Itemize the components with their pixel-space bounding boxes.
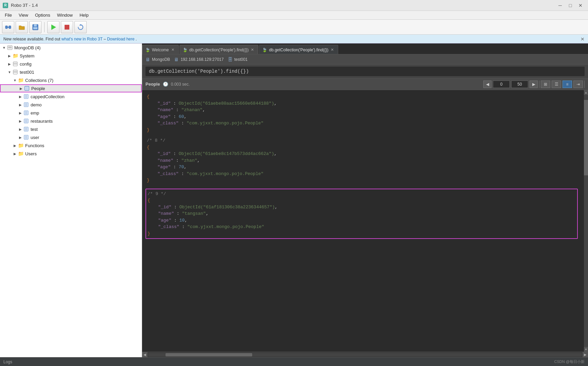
- close-button[interactable]: ✕: [576, 1, 585, 10]
- sidebar-item-people[interactable]: ▶ People: [0, 84, 142, 92]
- tab-query2-label: db.getCollection('People').find({}): [269, 48, 328, 52]
- window-controls[interactable]: ─ □ ✕: [555, 1, 585, 10]
- code-output[interactable]: { "_id" : ObjectId("61aebe80aac15660e684…: [142, 90, 584, 352]
- tab-query1-close[interactable]: ✕: [250, 47, 255, 52]
- horizontal-scrollbar[interactable]: ◀ ▶: [142, 352, 588, 357]
- nav-next-button[interactable]: ▶: [530, 81, 538, 88]
- scroll-thumb[interactable]: [584, 100, 588, 176]
- db-icon: [7, 45, 13, 51]
- sidebar-label-collections: Collections (7): [25, 78, 53, 83]
- notification-close-button[interactable]: ✕: [581, 36, 585, 42]
- connect-button[interactable]: [2, 21, 14, 33]
- sidebar-item-test[interactable]: ▶ test: [0, 125, 142, 133]
- menu-file[interactable]: File: [1, 12, 15, 19]
- sidebar-item-emp[interactable]: ▶ emp: [0, 109, 142, 117]
- sidebar-item-functions[interactable]: ▶ 📁 Functions: [0, 141, 142, 150]
- sidebar-label-test001: test001: [20, 70, 34, 75]
- notification-separator: –: [104, 37, 107, 41]
- tab-query1-label: db.getCollection('People').find({}): [189, 48, 249, 52]
- sidebar-item-users[interactable]: ▶ 📁 Users: [0, 150, 142, 158]
- sidebar-item-test001[interactable]: ▼ test001: [0, 68, 142, 76]
- folder-icon-functions: 📁: [18, 142, 24, 149]
- main-area: ▼ MongoDB (4) ▶ 📁 System ▶ config ▼: [0, 43, 588, 357]
- result-toolbar: People 🕐 0.003 sec. ◀ ▶ ⊞ ☰ ≡ ⇥: [142, 79, 588, 90]
- tree-arrow-restaurants: ▶: [18, 118, 23, 124]
- scroll-up-button[interactable]: ▲: [584, 90, 588, 95]
- maximize-button[interactable]: □: [566, 1, 575, 10]
- sidebar-item-mongodb[interactable]: ▼ MongoDB (4): [0, 43, 142, 52]
- tab-query1[interactable]: 🍃 db.getCollection('People').find({}) ✕: [179, 45, 259, 54]
- notification-bar: New release available. Find out what's n…: [0, 35, 588, 43]
- tree-arrow-mongodb: ▼: [1, 45, 7, 50]
- tab-welcome[interactable]: 🍃 Welcome ✕: [142, 45, 179, 54]
- menu-window[interactable]: Window: [54, 12, 76, 19]
- connection-db: MongoDB: [152, 57, 170, 62]
- sidebar-item-cappedcollection[interactable]: ▶ cappedCollection: [0, 92, 142, 101]
- menu-options[interactable]: Options: [32, 12, 54, 19]
- collection-conn-icon: 🗄: [228, 57, 232, 62]
- view-tree-button[interactable]: ☰: [552, 81, 561, 88]
- tree-arrow-functions: ▶: [12, 143, 18, 148]
- vertical-scrollbar[interactable]: ▲ ▼: [584, 90, 588, 352]
- tab-welcome-label: Welcome: [152, 48, 169, 52]
- sidebar-item-config[interactable]: ▶ config: [0, 60, 142, 68]
- status-bar: Logs CSDN @每日小新: [0, 357, 588, 366]
- nav-pagesize-input[interactable]: [511, 81, 528, 88]
- view-text-button[interactable]: ≡: [563, 81, 572, 88]
- result-time: 0.003 sec.: [171, 82, 190, 87]
- view-table-button[interactable]: ⊞: [541, 81, 550, 88]
- toolbar: [0, 20, 588, 35]
- nav-prev-button[interactable]: ◀: [483, 81, 491, 88]
- sidebar-item-collections[interactable]: ▼ 📁 Collections (7): [0, 76, 142, 84]
- tree-arrow-cappedcollection: ▶: [18, 94, 23, 99]
- record-8: /* 8 */ { "_id" : ObjectId("61aebe8c147b…: [147, 137, 579, 184]
- svg-rect-4: [34, 24, 37, 27]
- sidebar-item-restaurants[interactable]: ▶ restaurants: [0, 117, 142, 125]
- svg-rect-14: [14, 64, 17, 65]
- scroll-left-button[interactable]: ◀: [142, 352, 148, 358]
- content-panel: 🍃 Welcome ✕ 🍃 db.getCollection('People')…: [142, 43, 588, 357]
- nav-page-input[interactable]: [493, 81, 510, 88]
- tree-arrow-config: ▶: [7, 61, 12, 67]
- tab-query2-close[interactable]: ✕: [330, 47, 334, 52]
- h-scroll-thumb[interactable]: [166, 353, 252, 356]
- view-export-button[interactable]: ⇥: [573, 81, 583, 88]
- menu-help[interactable]: Help: [76, 12, 92, 19]
- tab-welcome-close[interactable]: ✕: [171, 47, 175, 52]
- menu-view[interactable]: View: [15, 12, 32, 19]
- scroll-right-button[interactable]: ▶: [583, 352, 588, 358]
- sidebar-label-users: Users: [25, 151, 37, 156]
- refresh-button[interactable]: [74, 21, 87, 33]
- notification-whats-new-link[interactable]: what's new in Robo 3T: [62, 37, 103, 41]
- minimize-button[interactable]: ─: [555, 1, 565, 10]
- open-button[interactable]: [16, 21, 28, 33]
- svg-rect-7: [65, 25, 69, 30]
- tree-arrow-emp: ▶: [18, 110, 23, 116]
- save-button[interactable]: [29, 21, 41, 33]
- sidebar-label-test: test: [31, 127, 38, 132]
- notification-download-link[interactable]: Download here: [107, 37, 135, 41]
- scroll-down-button[interactable]: ▼: [584, 347, 588, 352]
- toolbar-separator-1: [44, 22, 45, 32]
- sidebar-item-system[interactable]: ▶ 📁 System: [0, 52, 142, 60]
- svg-rect-16: [14, 71, 17, 72]
- svg-rect-10: [8, 47, 12, 47]
- tree-arrow-demo: ▶: [18, 102, 23, 107]
- status-right: CSDN @每日小新: [554, 359, 585, 364]
- stop-button[interactable]: [61, 21, 73, 33]
- result-clock-icon: 🕐: [163, 82, 168, 87]
- scroll-track[interactable]: [584, 95, 588, 347]
- record-9-highlighted: /* 9 */ { "_id" : ObjectId("61af181306c3…: [145, 189, 578, 239]
- sidebar-item-demo[interactable]: ▶ demo: [0, 101, 142, 109]
- h-scroll-track[interactable]: [148, 353, 582, 356]
- sidebar-item-user[interactable]: ▶ user: [0, 133, 142, 141]
- status-logs[interactable]: Logs: [3, 360, 12, 364]
- sidebar-label-emp: emp: [31, 110, 39, 116]
- run-button[interactable]: [47, 21, 59, 33]
- tab-query2-icon: 🍃: [262, 48, 267, 52]
- host-icon: 🖥: [174, 57, 179, 62]
- query-input[interactable]: [145, 67, 585, 76]
- sidebar-label-user: user: [31, 135, 39, 140]
- tab-query2[interactable]: 🍃 db.getCollection('People').find({}) ✕: [259, 45, 338, 54]
- sidebar-label-mongodb: MongoDB (4): [14, 45, 40, 50]
